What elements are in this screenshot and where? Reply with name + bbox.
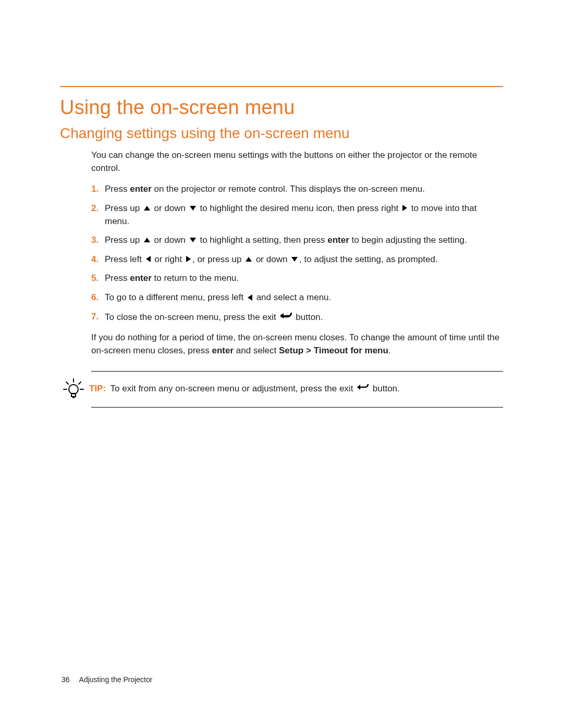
bold-enter: enter <box>130 184 152 194</box>
step-5: 5. Press enter to return to the menu. <box>91 272 503 285</box>
page: Using the on-screen menu Changing settin… <box>0 0 563 728</box>
up-arrow-icon <box>246 257 252 262</box>
step-2: 2. Press up or down to highlight the des… <box>91 202 503 228</box>
step-text: to highlight a setting, then press <box>198 235 328 245</box>
step-text: and select a menu. <box>254 292 331 302</box>
subsection-heading: Changing settings using the on-screen me… <box>60 125 503 142</box>
tip-label: TIP: <box>89 384 106 393</box>
up-arrow-icon <box>144 238 150 242</box>
step-number: 2. <box>91 202 99 215</box>
step-text: Press left <box>105 254 144 264</box>
step-7: 7. To close the on-screen menu, press th… <box>91 311 503 325</box>
step-text: , to adjust the setting, as prompted. <box>299 254 438 264</box>
tip-text: button. <box>370 384 400 393</box>
right-arrow-icon <box>186 256 191 262</box>
step-4: 4. Press left or right , or press up or … <box>91 253 503 266</box>
exit-icon <box>280 311 292 324</box>
page-footer: 36Adjusting the Projector <box>62 675 152 684</box>
intro-paragraph: You can change the on-screen menu settin… <box>91 149 503 175</box>
step-3: 3. Press up or down to highlight a setti… <box>91 234 503 247</box>
svg-rect-6 <box>71 393 76 397</box>
tip-callout: TIP: To exit from any on-screen menu or … <box>91 371 503 408</box>
step-number: 6. <box>91 291 99 304</box>
step-text: , or press up <box>192 254 244 264</box>
step-text: to highlight the desired menu icon, then… <box>198 203 401 213</box>
step-number: 5. <box>91 272 99 285</box>
svg-point-5 <box>69 385 78 394</box>
step-text: or right <box>152 254 185 264</box>
tip-text: To exit from any on-screen menu or adjus… <box>111 384 356 393</box>
step-text: to begin adjusting the setting. <box>349 235 467 245</box>
bold-enter: enter <box>212 346 234 355</box>
down-arrow-icon <box>190 238 196 242</box>
bold-enter: enter <box>327 235 349 245</box>
step-text: Press up <box>105 235 142 245</box>
tip-content: TIP: To exit from any on-screen menu or … <box>89 382 400 396</box>
step-text: on the projector or remote control. This… <box>152 184 425 194</box>
closing-paragraph: If you do nothing for a period of time, … <box>91 331 503 357</box>
right-arrow-icon <box>402 205 407 211</box>
step-text: Press <box>105 184 130 194</box>
step-number: 1. <box>91 183 99 196</box>
step-text: To go to a different menu, press left <box>105 292 246 302</box>
step-text: Press <box>105 273 130 283</box>
lightbulb-icon <box>62 378 85 401</box>
down-arrow-icon <box>190 206 196 211</box>
bold-enter: enter <box>130 273 152 283</box>
left-arrow-icon <box>248 294 252 301</box>
step-6: 6. To go to a different menu, press left… <box>91 291 503 304</box>
svg-line-1 <box>66 382 68 384</box>
closing-text: and select <box>234 346 279 355</box>
top-rule <box>60 86 503 87</box>
step-number: 7. <box>91 311 99 324</box>
step-text: or down <box>152 203 188 213</box>
step-text: or down <box>253 254 290 264</box>
up-arrow-icon <box>144 206 150 211</box>
down-arrow-icon <box>291 257 298 262</box>
step-1: 1. Press enter on the projector or remot… <box>91 183 503 196</box>
step-number: 4. <box>91 253 99 266</box>
step-number: 3. <box>91 234 99 247</box>
section-heading: Using the on-screen menu <box>60 96 503 119</box>
step-text: Press up <box>105 203 142 213</box>
body-text: You can change the on-screen menu settin… <box>91 149 503 408</box>
step-text: button. <box>293 312 323 322</box>
step-text: To close the on-screen menu, press the e… <box>105 312 279 322</box>
step-text: or down <box>152 235 188 245</box>
svg-line-2 <box>79 382 81 384</box>
page-number: 36 <box>62 675 70 684</box>
left-arrow-icon <box>146 256 151 262</box>
footer-chapter: Adjusting the Projector <box>79 675 153 684</box>
closing-text: . <box>388 346 391 355</box>
bold-path: Setup > Timeout for menu <box>279 346 388 355</box>
steps-list: 1. Press enter on the projector or remot… <box>91 183 503 324</box>
step-text: to return to the menu. <box>152 273 239 283</box>
exit-icon <box>357 382 369 395</box>
